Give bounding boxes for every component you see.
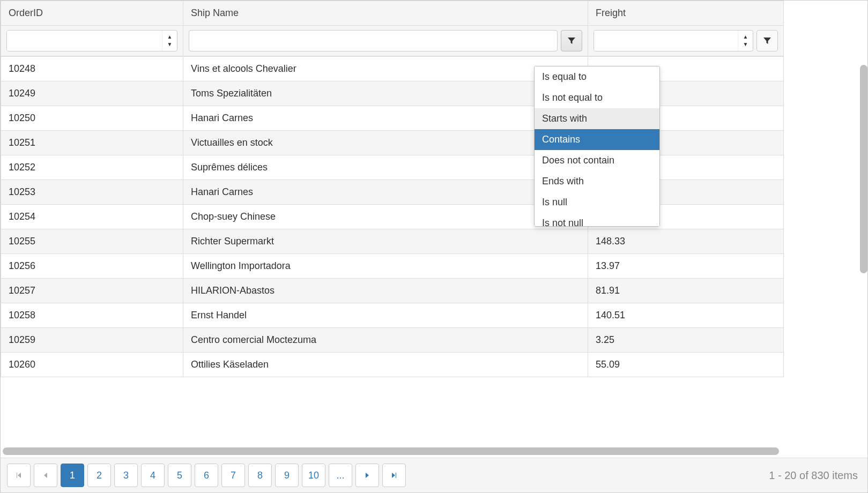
shipname-filter-input[interactable] — [189, 30, 558, 51]
funnel-icon — [567, 36, 576, 45]
filter-operator-option[interactable]: Is not equal to — [535, 87, 659, 108]
pager-page-button[interactable]: 8 — [248, 464, 272, 487]
grid-body-table: 10248Vins et alcools Chevalier10249Toms … — [1, 56, 784, 377]
cell-orderid: 10250 — [1, 106, 183, 131]
orderid-filter-input[interactable] — [7, 31, 162, 51]
pager-page-button[interactable]: 9 — [275, 464, 299, 487]
header-orderid[interactable]: OrderID — [1, 1, 183, 26]
cell-orderid: 10260 — [1, 353, 183, 377]
pager-last-button-icon — [391, 472, 397, 479]
pager-next-button[interactable] — [355, 464, 379, 487]
shipname-filter-operator-button[interactable] — [561, 30, 582, 51]
cell-freight: 55.09 — [588, 353, 784, 377]
cell-shipname: Wellington Importadora — [183, 254, 588, 279]
table-row[interactable]: 10251Victuailles en stock — [1, 131, 784, 155]
grid-horizontal-scroll[interactable]: OrderID Ship Name Freight ▲ ▼ — [1, 1, 867, 389]
header-shipname[interactable]: Ship Name — [183, 1, 588, 26]
cell-shipname: HILARION-Abastos — [183, 279, 588, 303]
cell-shipname: Centro comercial Moctezuma — [183, 328, 588, 353]
orderid-filter-numeric[interactable]: ▲ ▼ — [6, 30, 177, 51]
pager-page-button[interactable]: 5 — [168, 464, 191, 487]
cell-shipname: Vins et alcools Chevalier — [183, 57, 588, 81]
freight-spinner: ▲ ▼ — [738, 31, 753, 51]
pager-page-button[interactable]: 3 — [114, 464, 138, 487]
cell-orderid: 10258 — [1, 303, 183, 328]
cell-orderid: 10254 — [1, 205, 183, 229]
data-grid: OrderID Ship Name Freight ▲ ▼ — [0, 0, 868, 493]
freight-filter-numeric[interactable]: ▲ ▼ — [593, 30, 753, 51]
cell-orderid: 10249 — [1, 81, 183, 106]
table-row[interactable]: 10255Richter Supermarkt148.33 — [1, 229, 784, 254]
filter-operator-option[interactable]: Is null — [535, 192, 659, 213]
table-row[interactable]: 10253Hanari Carnes — [1, 180, 784, 205]
spinner-down-icon[interactable]: ▼ — [743, 41, 748, 48]
table-row[interactable]: 10259Centro comercial Moctezuma3.25 — [1, 328, 784, 353]
filter-operator-dropdown[interactable]: Is equal toIs not equal toStarts withCon… — [534, 66, 660, 227]
cell-orderid: 10255 — [1, 229, 183, 254]
pager-page-button[interactable]: 4 — [141, 464, 165, 487]
table-row[interactable]: 10254Chop-suey Chinese22.98 — [1, 205, 784, 229]
cell-shipname: Richter Supermarkt — [183, 229, 588, 254]
pager-page-button[interactable]: 7 — [221, 464, 245, 487]
grid-table: OrderID Ship Name Freight ▲ ▼ — [1, 1, 784, 56]
pager-info: 1 - 20 of 830 items — [769, 469, 861, 482]
spinner-up-icon[interactable]: ▲ — [167, 33, 173, 41]
header-freight[interactable]: Freight — [588, 1, 784, 26]
cell-orderid: 10256 — [1, 254, 183, 279]
cell-shipname: Hanari Carnes — [183, 106, 588, 131]
funnel-icon — [763, 36, 771, 45]
vertical-scrollbar-thumb[interactable] — [860, 65, 867, 273]
pager-prev-button-icon — [42, 472, 49, 479]
cell-orderid: 10252 — [1, 155, 183, 180]
cell-orderid: 10251 — [1, 131, 183, 155]
filter-operator-option[interactable]: Starts with — [535, 108, 659, 129]
table-row[interactable]: 10257HILARION-Abastos81.91 — [1, 279, 784, 303]
freight-filter-operator-button[interactable] — [756, 30, 778, 51]
cell-shipname: Ottilies Käseladen — [183, 353, 588, 377]
spinner-down-icon[interactable]: ▼ — [167, 41, 173, 48]
vertical-scrollbar[interactable] — [860, 65, 867, 444]
pager-page-button[interactable]: 10 — [302, 464, 325, 487]
table-row[interactable]: 10258Ernst Handel140.51 — [1, 303, 784, 328]
cell-orderid: 10259 — [1, 328, 183, 353]
cell-shipname: Victuailles en stock — [183, 131, 588, 155]
filter-operator-option[interactable]: Is equal to — [535, 66, 659, 87]
orderid-spinner: ▲ ▼ — [162, 31, 177, 51]
table-row[interactable]: 10250Hanari Carnes — [1, 106, 784, 131]
cell-freight: 81.91 — [588, 279, 784, 303]
pager-page-button[interactable]: 1 — [61, 464, 84, 487]
cell-freight: 13.97 — [588, 254, 784, 279]
cell-shipname: Hanari Carnes — [183, 180, 588, 205]
cell-freight: 140.51 — [588, 303, 784, 328]
horizontal-scrollbar-thumb[interactable] — [3, 447, 779, 455]
filter-operator-option[interactable]: Is not null — [535, 213, 659, 227]
table-row[interactable]: 10260Ottilies Käseladen55.09 — [1, 353, 784, 377]
freight-filter-input[interactable] — [594, 31, 738, 51]
pager-more-button[interactable]: ... — [329, 464, 352, 487]
filter-row: ▲ ▼ — [1, 26, 784, 56]
filter-operator-option[interactable]: Does not contain — [535, 150, 659, 171]
pager-prev-button — [34, 464, 57, 487]
table-row[interactable]: 10248Vins et alcools Chevalier — [1, 57, 784, 81]
table-row[interactable]: 10249Toms Spezialitäten — [1, 81, 784, 106]
cell-orderid: 10253 — [1, 180, 183, 205]
filter-operator-option[interactable]: Contains — [535, 129, 659, 150]
cell-shipname: Suprêmes délices — [183, 155, 588, 180]
cell-shipname: Chop-suey Chinese — [183, 205, 588, 229]
pager-page-button[interactable]: 2 — [87, 464, 111, 487]
table-row[interactable]: 10256Wellington Importadora13.97 — [1, 254, 784, 279]
cell-freight: 148.33 — [588, 229, 784, 254]
pager-controls: 12345678910... — [7, 464, 409, 487]
pager-first-button-icon — [16, 472, 22, 479]
spinner-up-icon[interactable]: ▲ — [743, 33, 748, 41]
table-row[interactable]: 10252Suprêmes délices — [1, 155, 784, 180]
pager-page-button[interactable]: 6 — [195, 464, 218, 487]
cell-orderid: 10248 — [1, 57, 183, 81]
header-row: OrderID Ship Name Freight — [1, 1, 784, 26]
pager-last-button[interactable] — [382, 464, 406, 487]
filter-operator-option[interactable]: Ends with — [535, 171, 659, 192]
cell-orderid: 10257 — [1, 279, 183, 303]
horizontal-scrollbar[interactable] — [3, 447, 865, 455]
pager-first-button — [7, 464, 31, 487]
pager-next-button-icon — [364, 472, 370, 479]
